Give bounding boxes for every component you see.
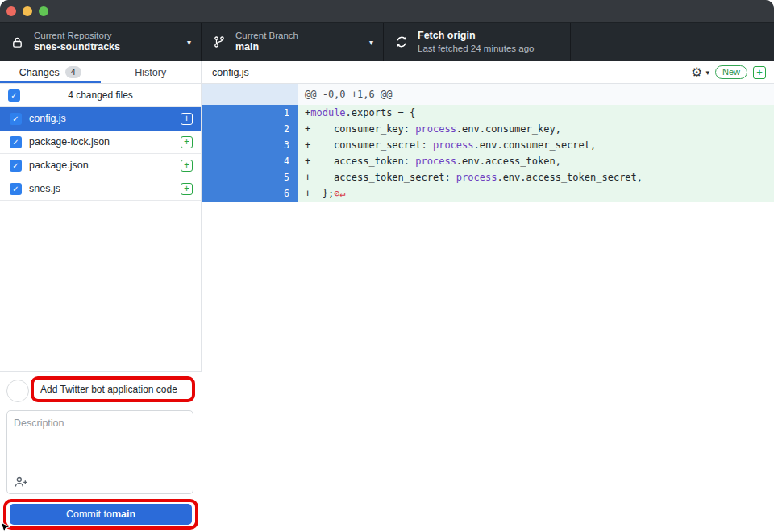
diff-pane: @@ -0,0 +1,6 @@ 1 +module.exports = { 2 … — [202, 84, 774, 532]
title-bar — [0, 0, 774, 23]
toolbar: Current Repository snes-soundtracks ▾ Cu… — [0, 23, 774, 61]
changes-count-badge: 4 — [65, 66, 81, 78]
file-name: config.js — [29, 113, 66, 124]
hunk-header-row: @@ -0,0 +1,6 @@ — [202, 84, 774, 105]
changed-files-header: ✓ 4 changed files — [0, 84, 201, 107]
old-line-number — [202, 153, 252, 169]
new-line-gutter — [252, 84, 298, 105]
diff-line-code: + };⊘↵ — [298, 185, 774, 202]
person-plus-icon — [14, 476, 28, 488]
branch-label: Current Branch — [235, 30, 298, 41]
file-checkbox[interactable]: ✓ — [10, 136, 22, 148]
file-include-button[interactable]: + — [181, 160, 193, 172]
commit-description-box — [6, 410, 194, 494]
window-controls — [6, 6, 48, 16]
diff-line: 3 + consumer_secret: process.env.consume… — [202, 137, 774, 153]
new-line-number: 2 — [252, 121, 298, 137]
file-name: package.json — [29, 160, 89, 171]
old-line-gutter — [202, 84, 252, 105]
file-checkbox[interactable]: ✓ — [10, 183, 22, 195]
tab-changes-label: Changes — [19, 67, 60, 78]
tab-history[interactable]: History — [101, 61, 202, 83]
file-include-button[interactable]: + — [181, 113, 193, 125]
file-row[interactable]: ✓ snes.js + — [0, 177, 201, 201]
plus-icon: + — [184, 161, 189, 170]
sync-icon — [395, 35, 410, 48]
commit-description-input[interactable] — [7, 411, 193, 472]
active-tab-indicator — [0, 81, 101, 83]
file-list: ✓ config.js + ✓ package-lock.json + ✓ pa… — [0, 107, 201, 201]
gear-icon: ⚙ — [691, 66, 702, 79]
diff-line-code: + access_token: process.env.access_token… — [298, 153, 774, 169]
tab-changes[interactable]: Changes 4 — [0, 61, 101, 83]
diff-line: 5 + access_token_secret: process.env.acc… — [202, 169, 774, 185]
plus-icon: + — [184, 185, 189, 193]
commit-button-branch: main — [112, 509, 135, 520]
file-include-button[interactable]: + — [181, 183, 193, 195]
diff-options-button[interactable]: ⚙ ▾ — [691, 66, 710, 79]
changes-sidebar: ✓ 4 changed files ✓ config.js + ✓ packag… — [0, 84, 202, 532]
file-checkbox[interactable]: ✓ — [10, 160, 22, 172]
fetch-origin-button[interactable]: Fetch origin Last fetched 24 minutes ago — [384, 23, 571, 61]
tab-history-label: History — [135, 67, 166, 78]
diff-line-code: + access_token_secret: process.env.acces… — [298, 169, 774, 185]
diff-line-code: + consumer_key: process.env.consumer_key… — [298, 121, 774, 137]
diff-line-code: +module.exports = { — [298, 105, 774, 121]
subheader: Changes 4 History config.js ⚙ ▾ New + — [0, 61, 774, 84]
hunk-header-text: @@ -0,0 +1,6 @@ — [298, 84, 774, 105]
old-line-number — [202, 169, 252, 185]
plus-icon: + — [184, 114, 189, 123]
current-branch-button[interactable]: Current Branch main ▾ — [202, 23, 384, 61]
diff-file-header: config.js ⚙ ▾ New + — [202, 61, 774, 83]
new-line-number: 4 — [252, 153, 298, 169]
plus-icon: + — [756, 68, 763, 77]
new-line-number: 5 — [252, 169, 298, 185]
diff-line: 6 + };⊘↵ — [202, 185, 774, 202]
plus-icon: + — [184, 138, 189, 147]
diff-line: 2 + consumer_key: process.env.consumer_k… — [202, 121, 774, 137]
close-button[interactable] — [6, 6, 16, 16]
commit-button-highlight-annotation: Commit to main — [3, 499, 198, 530]
file-name: snes.js — [29, 183, 60, 194]
expand-diff-button[interactable]: + — [753, 66, 766, 79]
check-icon: ✓ — [12, 114, 19, 123]
old-line-number — [202, 105, 252, 121]
mouse-cursor-icon — [0, 522, 11, 532]
old-line-number — [202, 121, 252, 137]
select-all-checkbox[interactable]: ✓ — [8, 89, 20, 102]
diff-line: 4 + access_token: process.env.access_tok… — [202, 153, 774, 169]
changed-files-count: 4 changed files — [68, 89, 133, 101]
commit-summary-input[interactable] — [34, 384, 192, 395]
check-icon: ✓ — [12, 161, 19, 170]
lock-icon — [11, 36, 26, 48]
file-name: package-lock.json — [29, 136, 110, 148]
new-line-number: 1 — [252, 105, 298, 121]
minimize-button[interactable] — [23, 6, 32, 16]
file-include-button[interactable]: + — [181, 136, 193, 148]
new-file-badge: New — [715, 65, 747, 79]
fetch-status: Last fetched 24 minutes ago — [418, 43, 535, 54]
commit-form: Commit to main — [0, 371, 202, 532]
summary-highlight-annotation — [31, 376, 195, 402]
file-row[interactable]: ✓ package-lock.json + — [0, 131, 201, 154]
chevron-down-icon: ▾ — [705, 69, 710, 77]
file-checkbox[interactable]: ✓ — [10, 113, 22, 125]
zoom-button[interactable] — [39, 6, 48, 16]
commit-button[interactable]: Commit to main — [10, 504, 192, 525]
check-icon: ✓ — [12, 185, 19, 193]
chevron-down-icon: ▾ — [369, 38, 373, 47]
branch-name: main — [235, 41, 298, 54]
repository-label: Current Repository — [34, 30, 120, 41]
old-line-number — [202, 185, 252, 202]
file-row[interactable]: ✓ package.json + — [0, 154, 201, 177]
current-repository-button[interactable]: Current Repository snes-soundtracks ▾ — [0, 23, 202, 61]
new-line-number: 3 — [252, 137, 298, 153]
file-row[interactable]: ✓ config.js + — [0, 107, 201, 131]
chevron-down-icon: ▾ — [187, 38, 191, 47]
git-branch-icon — [213, 35, 227, 48]
sidebar-tabs: Changes 4 History — [0, 61, 202, 83]
avatar — [6, 380, 29, 402]
fetch-label: Fetch origin — [418, 30, 535, 43]
diff-file-name: config.js — [212, 67, 249, 78]
add-coauthor-button[interactable] — [14, 476, 28, 488]
